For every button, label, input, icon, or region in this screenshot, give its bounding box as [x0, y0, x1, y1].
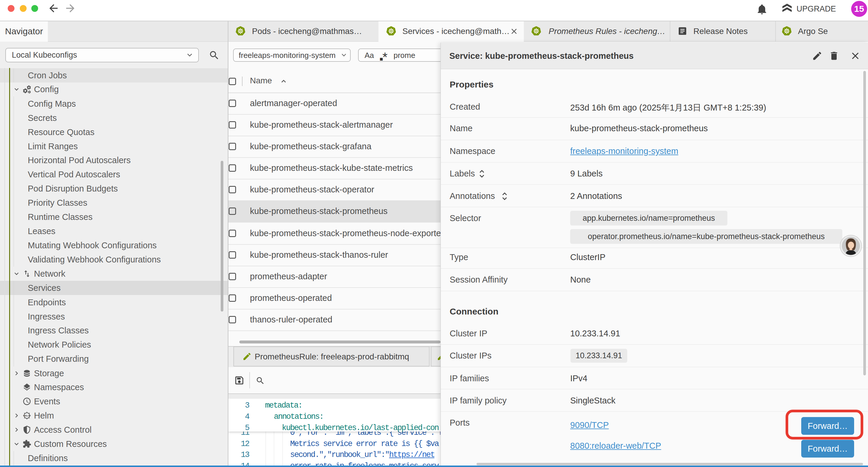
svg-text:HELM: HELM [24, 414, 30, 417]
